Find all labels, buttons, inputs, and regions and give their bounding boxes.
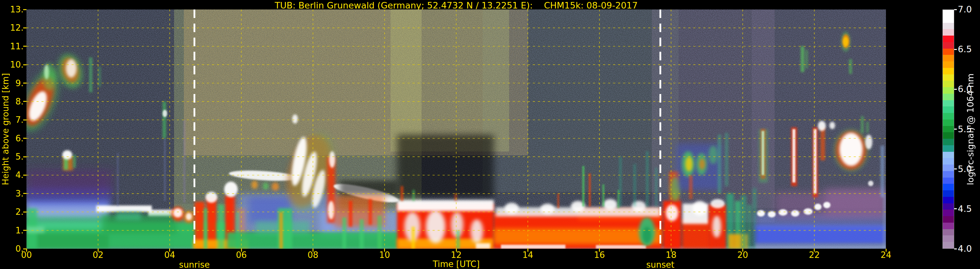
x-tick-mark <box>742 249 743 252</box>
x-tick-mark <box>241 249 242 252</box>
heatmap-feature <box>397 200 494 211</box>
heatmap-feature <box>825 188 886 216</box>
heatmap-feature <box>412 190 415 201</box>
colorbar-band <box>943 68 954 75</box>
y-tick-label: 7. <box>0 115 24 125</box>
x-tick-mark <box>599 249 600 252</box>
colorbar-band <box>943 61 954 68</box>
colorbar-band <box>943 107 954 113</box>
heatmap-feature <box>642 226 651 243</box>
heatmap-feature <box>27 170 112 197</box>
heatmap-feature <box>89 57 92 92</box>
ceilometer-quicklook: TUB: Berlin Grunewald (Germany; 52.4732 … <box>0 0 980 269</box>
heatmap-feature <box>818 121 826 131</box>
heatmap-feature <box>186 213 192 220</box>
colorbar-band <box>943 229 954 236</box>
y-tick-mark <box>23 156 27 158</box>
x-tick-mark <box>814 249 815 252</box>
colorbar <box>942 10 954 249</box>
heatmap-feature <box>741 195 746 249</box>
y-tick-mark <box>23 175 27 176</box>
y-tick-label: 5. <box>0 152 24 162</box>
x-tick-mark <box>26 249 27 252</box>
colorbar-band <box>943 126 954 132</box>
heatmap-feature <box>471 220 483 243</box>
colorbar-band <box>943 94 954 100</box>
colorbar-band <box>943 49 954 55</box>
colorbar-tick-mark <box>954 208 957 209</box>
y-tick-label: 9. <box>0 78 24 88</box>
colorbar-band <box>943 100 954 107</box>
colorbar-band <box>943 158 954 164</box>
colorbar-band <box>943 223 954 229</box>
y-tick-mark <box>23 138 27 139</box>
heatmap-feature <box>476 243 490 249</box>
heatmap-feature <box>27 226 45 233</box>
heatmap-feature <box>619 157 622 206</box>
colorbar-band <box>943 42 954 49</box>
heatmap-feature <box>329 151 336 168</box>
colorbar-band <box>943 164 954 171</box>
colorbar-tick-mark <box>954 89 957 90</box>
heatmap-feature <box>801 46 804 72</box>
heatmap-feature <box>292 114 298 123</box>
colorbar-band <box>943 16 954 23</box>
colorbar-band <box>943 55 954 61</box>
colorbar-band <box>943 29 954 36</box>
heatmap-feature <box>596 245 646 249</box>
colorbar-band <box>943 197 954 204</box>
heatmap-feature <box>805 50 808 68</box>
heatmap-feature <box>224 181 238 197</box>
heatmap-feature <box>227 232 401 249</box>
noise-texture <box>764 10 886 190</box>
colorbar-band <box>943 139 954 145</box>
colorbar-tick-mark <box>954 9 957 10</box>
colorbar-band <box>943 87 954 94</box>
y-tick-mark <box>23 230 27 231</box>
heatmap-feature <box>204 208 207 249</box>
x-tick-mark <box>98 249 99 252</box>
heatmap-feature <box>747 205 751 249</box>
plot-area <box>27 10 886 249</box>
y-tick-mark <box>23 101 27 102</box>
colorbar-band <box>943 75 954 81</box>
heatmap-feature <box>501 245 565 249</box>
heatmap-feature <box>711 199 725 208</box>
colorbar-band <box>943 204 954 210</box>
colorbar-band <box>943 190 954 197</box>
heatmap-feature <box>162 110 167 117</box>
colorbar-band <box>943 210 954 216</box>
colorbar-band <box>943 184 954 190</box>
colorbar-tick-mark <box>954 248 957 250</box>
heatmap-feature <box>455 194 457 201</box>
heatmap-feature <box>666 205 678 221</box>
heatmap-feature <box>823 202 830 208</box>
colorbar-band <box>943 216 954 223</box>
colorbar-band <box>943 242 954 248</box>
heatmap-feature <box>412 226 415 249</box>
heatmap-feature <box>759 129 768 183</box>
y-tick-mark <box>23 9 27 10</box>
heatmap-feature <box>849 59 852 74</box>
heatmap-feature <box>173 208 182 217</box>
heatmap-feature <box>602 185 605 207</box>
y-tick-label: 1. <box>0 226 24 236</box>
heatmap-feature <box>881 146 884 197</box>
colorbar-band <box>943 236 954 242</box>
heatmap-feature <box>865 135 872 149</box>
heatmap-feature <box>693 201 707 215</box>
heatmap-feature <box>582 166 585 206</box>
colorbar-band <box>943 36 954 42</box>
heatmap-feature <box>27 234 109 248</box>
y-tick-mark <box>23 27 27 29</box>
heatmap-feature <box>778 209 788 216</box>
colorbar-band <box>943 10 954 16</box>
noise-texture <box>499 10 662 175</box>
heatmap-feature <box>66 59 77 77</box>
heatmap-feature <box>699 159 705 170</box>
heatmap-canvas <box>27 10 886 249</box>
heatmap-feature <box>397 135 494 197</box>
heatmap-feature <box>164 138 165 201</box>
heatmap-feature <box>334 195 385 226</box>
heatmap-feature <box>349 201 352 226</box>
